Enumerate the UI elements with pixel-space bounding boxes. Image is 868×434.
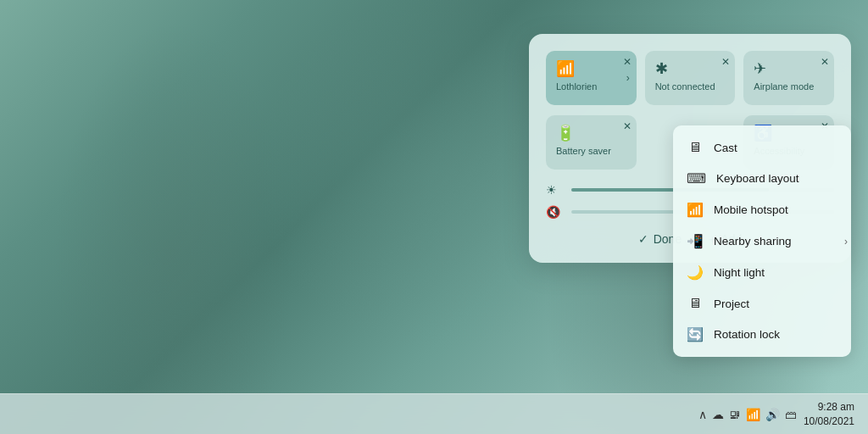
dropdown-item-cast[interactable]: 🖥 Cast — [673, 132, 851, 163]
nightlight-icon: 🌙 — [687, 264, 704, 281]
pin-airplane-button[interactable]: ✕ — [821, 56, 829, 68]
nightlight-label: Night light — [714, 266, 765, 279]
taskbar: ∧ ☁ 🖳 📶 🔊 🗃 9:28 am 10/08/2021 — [0, 393, 868, 434]
desktop-icon[interactable]: 🖳 — [729, 408, 741, 421]
taskbar-clock[interactable]: 9:28 am 10/08/2021 — [804, 400, 854, 429]
airplane-icon: ✈ — [754, 59, 766, 78]
hotspot-label: Mobile hotspot — [714, 203, 788, 216]
dropdown-item-hotspot[interactable]: 📶 Mobile hotspot — [673, 194, 851, 225]
network-icon[interactable]: 📶 — [746, 408, 760, 421]
chevron-up-icon[interactable]: ∧ — [698, 408, 707, 421]
qs-tiles-row1: ✕ 📶 Lothlorien › ✕ ✱ Not connected ✕ ✈ A… — [546, 51, 834, 105]
dropdown-item-nearby[interactable]: 📲 Nearby sharing › — [673, 225, 851, 257]
bluetooth-label: Not connected — [655, 81, 715, 92]
clock-time: 9:28 am — [804, 400, 854, 415]
dropdown-menu: 🖥 Cast ⌨ Keyboard layout 📶 Mobile hotspo… — [673, 125, 851, 357]
volume-icon: 🔇 — [546, 205, 563, 219]
project-label: Project — [714, 298, 749, 310]
battery-label: Battery saver — [556, 146, 611, 156]
keyboard-icon: ⌨ — [687, 170, 706, 186]
bluetooth-icon: ✱ — [655, 59, 668, 78]
pin-battery-button[interactable]: ✕ — [623, 120, 632, 132]
brightness-icon: ☀ — [546, 183, 563, 197]
keyboard-label: Keyboard layout — [716, 172, 799, 185]
wifi-icon: 📶 — [556, 59, 575, 78]
rotation-label: Rotation lock — [714, 328, 780, 341]
taskbar-right: ∧ ☁ 🖳 📶 🔊 🗃 9:28 am 10/08/2021 — [698, 400, 854, 429]
done-check-icon: ✓ — [638, 232, 648, 246]
speaker-icon[interactable]: 🔊 — [765, 408, 780, 421]
qs-tile-bluetooth[interactable]: ✕ ✱ Not connected — [645, 51, 736, 105]
pin-wifi-button[interactable]: ✕ — [623, 56, 632, 68]
hotspot-icon: 📶 — [687, 202, 704, 218]
cloud-icon[interactable]: ☁ — [712, 408, 724, 421]
nearby-label: Nearby sharing — [714, 235, 792, 248]
project-icon: 🖥 — [687, 296, 704, 311]
qs-tile-airplane[interactable]: ✕ ✈ Airplane mode — [743, 51, 834, 105]
dropdown-item-keyboard[interactable]: ⌨ Keyboard layout — [673, 163, 851, 194]
wifi-arrow-icon: › — [626, 72, 630, 84]
battery-status-icon[interactable]: 🗃 — [785, 408, 797, 421]
nearby-chevron-icon: › — [844, 236, 848, 248]
qs-tile-wifi[interactable]: ✕ 📶 Lothlorien › — [546, 51, 637, 105]
battery-icon: 🔋 — [556, 124, 575, 142]
cast-label: Cast — [714, 142, 737, 154]
clock-date: 10/08/2021 — [804, 415, 854, 429]
pin-bluetooth-button[interactable]: ✕ — [721, 56, 730, 68]
rotation-icon: 🔄 — [687, 326, 704, 342]
wifi-label: Lothlorien — [556, 81, 597, 92]
dropdown-item-project[interactable]: 🖥 Project — [673, 288, 851, 319]
taskbar-system-icons: ∧ ☁ 🖳 📶 🔊 🗃 — [698, 408, 797, 421]
cast-icon: 🖥 — [687, 140, 704, 155]
airplane-label: Airplane mode — [754, 81, 814, 92]
dropdown-item-rotation[interactable]: 🔄 Rotation lock — [673, 319, 851, 350]
nearby-icon: 📲 — [687, 233, 704, 249]
dropdown-item-nightlight[interactable]: 🌙 Night light — [673, 257, 851, 288]
qs-tile-battery[interactable]: ✕ 🔋 Battery saver — [546, 115, 637, 170]
